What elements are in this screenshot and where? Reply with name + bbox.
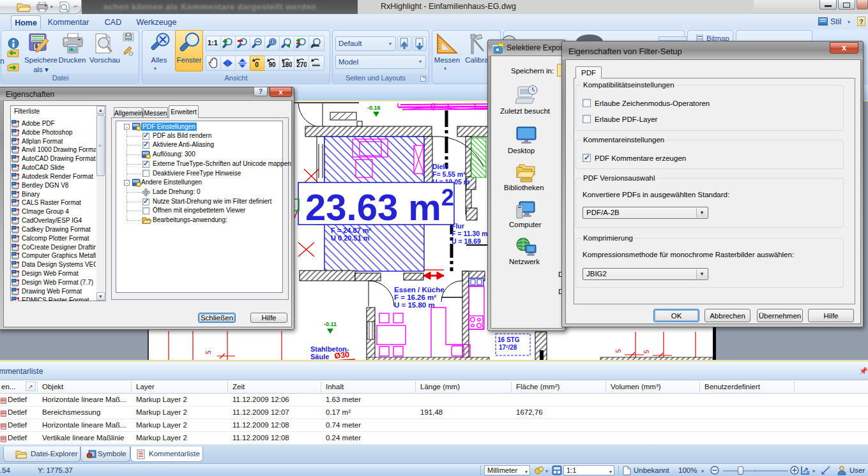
svg-text:180: 180 bbox=[282, 61, 292, 68]
svg-text:U 0 20.51 m: U 0 20.51 m bbox=[331, 234, 370, 242]
svg-text:23.63 m2: 23.63 m2 bbox=[305, 184, 454, 228]
svg-text:17²/28: 17²/28 bbox=[499, 344, 517, 351]
svg-text:5: 5 bbox=[205, 350, 212, 354]
svg-text:-0.11: -0.11 bbox=[324, 321, 337, 327]
svg-text:U = 18.69: U = 18.69 bbox=[452, 237, 481, 245]
svg-text:5: 5 bbox=[643, 350, 650, 353]
svg-text:5: 5 bbox=[615, 349, 622, 353]
svg-text:Essen / Küche: Essen / Küche bbox=[394, 286, 445, 294]
svg-text:90: 90 bbox=[268, 61, 276, 68]
svg-text:F = 16.26 m²: F = 16.26 m² bbox=[394, 294, 436, 301]
svg-text:Diele: Diele bbox=[432, 163, 448, 170]
svg-text:0: 0 bbox=[255, 61, 259, 68]
svg-text:270: 270 bbox=[296, 61, 307, 68]
svg-text:U = 15.80 m: U = 15.80 m bbox=[394, 301, 435, 309]
svg-text:F= 5.55 m²: F= 5.55 m² bbox=[432, 170, 466, 178]
svg-text:Ø30: Ø30 bbox=[334, 350, 350, 361]
svg-text:F = 11.30 m²: F = 11.30 m² bbox=[452, 230, 490, 237]
svg-text:16 STG: 16 STG bbox=[498, 336, 520, 343]
svg-text:-0.16: -0.16 bbox=[367, 105, 381, 111]
